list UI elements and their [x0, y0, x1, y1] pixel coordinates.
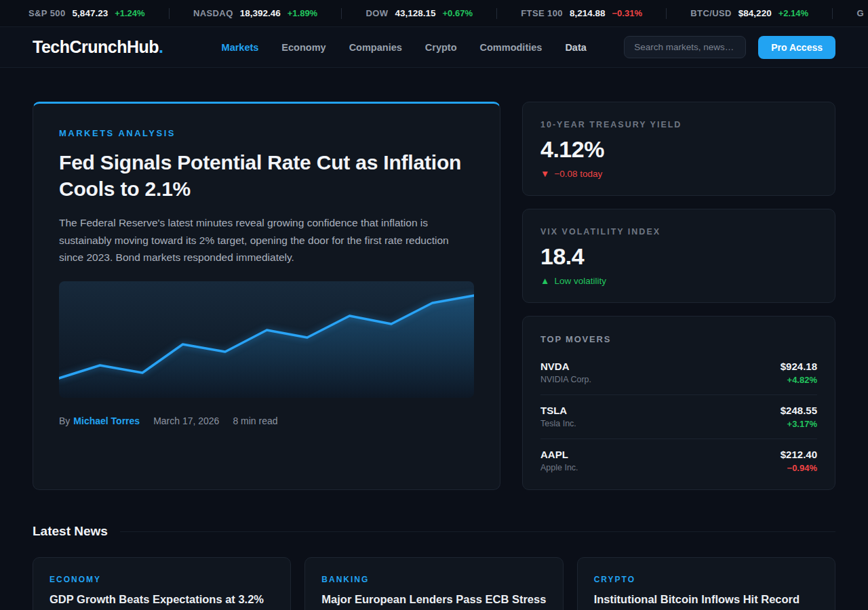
mover-right: $212.40 −0.94%	[781, 449, 817, 473]
ticker-value: 43,128.15	[395, 8, 435, 18]
line-chart-svg	[59, 281, 474, 398]
logo-dot: .	[159, 37, 163, 56]
ticker-symbol: BTC/USD	[690, 8, 732, 18]
ticker-divider	[169, 8, 170, 19]
pro-access-button[interactable]: Pro Access	[758, 36, 835, 59]
mover-price: $212.40	[781, 449, 817, 460]
article-read-time: 8 min read	[233, 415, 277, 426]
top-movers-card: TOP MOVERS NVDA NVIDIA Corp. $924.18 +4.…	[522, 316, 835, 490]
ticker-symbol: FTSE 100	[521, 8, 563, 18]
nav-item-data[interactable]: Data	[565, 42, 586, 53]
article-kicker: MARKETS ANALYSIS	[59, 128, 474, 138]
nav-item-markets[interactable]: Markets	[222, 42, 259, 53]
byline-prefix: By	[59, 415, 70, 426]
site-logo[interactable]: TechCrunchHub.	[33, 37, 163, 57]
news-grid: ECONOMY GDP Growth Beats Expectations at…	[33, 557, 835, 610]
nav-item-economy[interactable]: Economy	[281, 42, 326, 53]
mover-change: +3.17%	[781, 419, 817, 429]
mover-left: AAPL Apple Inc.	[540, 449, 578, 472]
ticker-value: 8,214.88	[570, 8, 606, 18]
latest-news-header: Latest News	[33, 524, 835, 539]
treasury-yield-card: 10-YEAR TREASURY YIELD 4.12% ▼ −0.08 tod…	[522, 102, 835, 196]
mover-right: $248.55 +3.17%	[781, 405, 817, 429]
ticker-value: 18,392.46	[240, 8, 281, 18]
top-movers-list: NVDA NVIDIA Corp. $924.18 +4.82% TSLA Te…	[540, 351, 817, 483]
ticker-item: FTSE 100 8,214.88 −0.31%	[521, 8, 642, 18]
author-link[interactable]: Michael Torres	[73, 415, 140, 426]
up-triangle-icon: ▲	[540, 276, 549, 286]
treasury-change-text: −0.08 today	[554, 169, 602, 179]
nav-item-companies[interactable]: Companies	[349, 42, 402, 53]
ticker-symbol: G	[856, 8, 864, 18]
ticker-symbol: S&P 500	[28, 8, 66, 18]
mover-price: $924.18	[781, 361, 817, 372]
ticker-item: NASDAQ 18,392.46 +1.89%	[193, 8, 317, 18]
featured-article-card[interactable]: MARKETS ANALYSIS Fed Signals Potential R…	[33, 102, 500, 490]
byline-author-group: By Michael Torres	[59, 415, 140, 426]
market-ticker-bar: S&P 500 5,847.23 +1.24% NASDAQ 18,392.46…	[0, 0, 868, 27]
mover-company: Tesla Inc.	[540, 419, 576, 428]
latest-news-title: Latest News	[33, 524, 108, 539]
ticker-divider	[496, 8, 497, 19]
mover-price: $248.55	[781, 405, 817, 416]
top-movers-title: TOP MOVERS	[540, 334, 817, 344]
mover-change: −0.94%	[781, 463, 817, 473]
news-headline[interactable]: Institutional Bitcoin Inflows Hit Record…	[594, 592, 818, 610]
vix-label: VIX VOLATILITY INDEX	[540, 227, 817, 237]
news-card-economy[interactable]: ECONOMY GDP Growth Beats Expectations at…	[33, 557, 291, 610]
mover-left: TSLA Tesla Inc.	[540, 405, 576, 428]
ticker-value: 5,847.23	[73, 8, 108, 18]
mover-left: NVDA NVIDIA Corp.	[540, 361, 591, 384]
ticker-item: BTC/USD $84,220 +2.14%	[690, 8, 808, 18]
mover-right: $924.18 +4.82%	[781, 361, 817, 385]
article-chart	[59, 281, 474, 398]
treasury-yield-label: 10-YEAR TREASURY YIELD	[540, 120, 817, 129]
logo-text: TechCrunchHub	[33, 37, 159, 56]
chart-area-fill	[59, 296, 474, 398]
sidebar: 10-YEAR TREASURY YIELD 4.12% ▼ −0.08 tod…	[522, 102, 835, 490]
vix-card: VIX VOLATILITY INDEX 18.4 ▲ Low volatili…	[522, 209, 835, 303]
article-standfirst: The Federal Reserve's latest minutes rev…	[59, 214, 474, 266]
ticker-value: $84,220	[738, 8, 772, 18]
treasury-yield-value: 4.12%	[540, 136, 817, 163]
ticker-change: +0.67%	[443, 8, 473, 18]
ticker-change: +1.89%	[288, 8, 317, 18]
news-category: ECONOMY	[50, 575, 274, 584]
news-card-crypto[interactable]: CRYPTO Institutional Bitcoin Inflows Hit…	[577, 557, 835, 610]
mover-company: NVIDIA Corp.	[540, 375, 591, 384]
mover-change: +4.82%	[781, 375, 817, 385]
article-date: March 17, 2026	[153, 415, 219, 426]
section-divider	[120, 531, 835, 532]
ticker-change: +1.24%	[115, 8, 144, 18]
vix-change-text: Low volatility	[554, 276, 606, 286]
news-headline[interactable]: Major European Lenders Pass ECB Stress T…	[321, 592, 546, 610]
main-content: MARKETS ANALYSIS Fed Signals Potential R…	[0, 68, 868, 490]
mover-row-aapl[interactable]: AAPL Apple Inc. $212.40 −0.94%	[540, 439, 817, 483]
mover-row-nvda[interactable]: NVDA NVIDIA Corp. $924.18 +4.82%	[540, 351, 817, 394]
news-card-banking[interactable]: BANKING Major European Lenders Pass ECB …	[304, 557, 563, 610]
news-headline[interactable]: GDP Growth Beats Expectations at 3.2% An…	[50, 592, 274, 610]
article-byline: By Michael Torres March 17, 2026 8 min r…	[59, 415, 474, 426]
ticker-change: −0.31%	[612, 8, 642, 18]
nav-item-crypto[interactable]: Crypto	[425, 42, 457, 53]
news-category: BANKING	[321, 575, 546, 584]
vix-change: ▲ Low volatility	[540, 276, 817, 286]
ticker-item: S&P 500 5,847.23 +1.24%	[28, 8, 145, 18]
ticker-item: DOW 43,128.15 +0.67%	[366, 8, 473, 18]
article-headline[interactable]: Fed Signals Potential Rate Cut as Inflat…	[59, 149, 474, 202]
mover-row-tsla[interactable]: TSLA Tesla Inc. $248.55 +3.17%	[540, 394, 817, 439]
mover-symbol: NVDA	[540, 361, 591, 372]
ticker-divider	[341, 8, 342, 19]
search-input[interactable]	[624, 36, 746, 58]
nav-links: Markets Economy Companies Crypto Commodi…	[222, 42, 587, 53]
ticker-change: +2.14%	[778, 8, 808, 18]
ticker-item-clipped: G	[856, 8, 864, 18]
mover-company: Apple Inc.	[540, 463, 578, 472]
nav-item-commodities[interactable]: Commodities	[480, 42, 542, 53]
ticker-symbol: DOW	[366, 8, 388, 18]
ticker-divider	[832, 8, 833, 19]
treasury-yield-change: ▼ −0.08 today	[540, 169, 817, 179]
mover-symbol: AAPL	[540, 449, 578, 460]
mover-symbol: TSLA	[540, 405, 576, 416]
down-triangle-icon: ▼	[540, 169, 549, 179]
